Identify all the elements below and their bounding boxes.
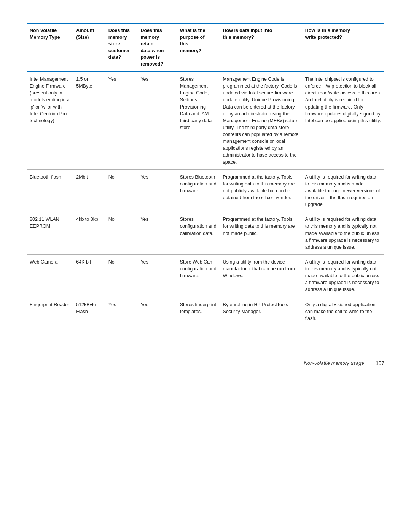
page-footer: Non-volatile memory usage 157 [27, 349, 384, 366]
cell-protected: The Intel chipset is configured to enfor… [302, 72, 384, 169]
header-purpose: What is thepurpose ofthismemory? [177, 23, 220, 72]
cell-retain: Yes [137, 169, 177, 212]
cell-store: No [105, 169, 138, 212]
cell-purpose: Stores Bluetooth configuration and firmw… [177, 169, 220, 212]
header-input: How is data input intothis memory? [220, 23, 302, 72]
cell-size: 2Mbit [73, 169, 105, 212]
page-container: Non VolatileMemory Type Amount(Size) Doe… [27, 23, 384, 366]
cell-type: Fingerprint Reader [27, 297, 73, 326]
table-row: 802.11 WLAN EEPROM4kb to 8kbNoYesStores … [27, 212, 384, 255]
cell-input: Using a utility from the device manufact… [220, 254, 302, 297]
memory-table: Non VolatileMemory Type Amount(Size) Doe… [27, 23, 384, 326]
cell-type: 802.11 WLAN EEPROM [27, 212, 73, 255]
cell-retain: Yes [137, 72, 177, 169]
cell-retain: Yes [137, 212, 177, 255]
cell-purpose: Store Web Cam configuration and firmware… [177, 254, 220, 297]
cell-store: Yes [105, 297, 138, 326]
page-number: 157 [376, 360, 384, 366]
cell-input: By enrolling in HP ProtectTools Security… [220, 297, 302, 326]
cell-store: No [105, 212, 138, 255]
cell-size: 1.5 or 5MByte [73, 72, 105, 169]
cell-store: No [105, 254, 138, 297]
table-row: Fingerprint Reader512kByte FlashYesYesSt… [27, 297, 384, 326]
footer-text: Non-volatile memory usage [304, 360, 364, 366]
cell-input: Programmed at the factory. Tools for wri… [220, 169, 302, 212]
table-header-row: Non VolatileMemory Type Amount(Size) Doe… [27, 23, 384, 72]
cell-purpose: Stores Management Engine Code, Settings,… [177, 72, 220, 169]
cell-input: Management Engine Code is programmed at … [220, 72, 302, 169]
cell-size: 4kb to 8kb [73, 212, 105, 255]
header-store: Does thismemorystorecustomerdata? [105, 23, 138, 72]
cell-retain: Yes [137, 254, 177, 297]
table-row: Intel Management Engine Firmware (presen… [27, 72, 384, 169]
table-row: Bluetooth flash2MbitNoYesStores Bluetoot… [27, 169, 384, 212]
cell-store: Yes [105, 72, 138, 169]
cell-protected: Only a digitally signed application can … [302, 297, 384, 326]
header-type: Non VolatileMemory Type [27, 23, 73, 72]
table-row: Web Camera64K bitNoYesStore Web Cam conf… [27, 254, 384, 297]
cell-type: Bluetooth flash [27, 169, 73, 212]
header-size: Amount(Size) [73, 23, 105, 72]
header-protected: How is this memorywrite protected? [302, 23, 384, 72]
cell-type: Intel Management Engine Firmware (presen… [27, 72, 73, 169]
cell-input: Programmed at the factory. Tools for wri… [220, 212, 302, 255]
cell-retain: Yes [137, 297, 177, 326]
cell-purpose: Stores fingerprint templates. [177, 297, 220, 326]
cell-protected: A utility is required for writing data t… [302, 254, 384, 297]
cell-size: 512kByte Flash [73, 297, 105, 326]
cell-type: Web Camera [27, 254, 73, 297]
header-retain: Does thismemoryretaindata whenpower isre… [137, 23, 177, 72]
cell-purpose: Stores configuration and calibration dat… [177, 212, 220, 255]
cell-protected: A utility is required for writing data t… [302, 169, 384, 212]
cell-size: 64K bit [73, 254, 105, 297]
cell-protected: A utility is required for writing data t… [302, 212, 384, 255]
